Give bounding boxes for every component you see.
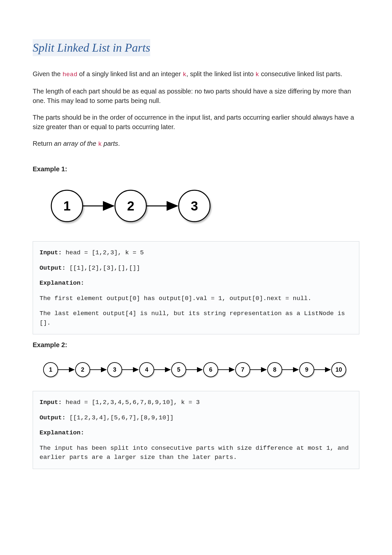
node-label: 2 <box>127 199 134 213</box>
node-label: 7 <box>241 366 244 373</box>
text: consecutive linked list parts. <box>259 70 342 77</box>
node-7: 7 <box>236 362 250 377</box>
linked-list-diagram: 1 2 3 <box>33 183 216 232</box>
output-label: Output: <box>40 414 66 421</box>
italic-text: an array of the <box>54 140 98 147</box>
explanation-line: The input has been split into consecutiv… <box>40 444 352 462</box>
example-2-codebox: Input: head = [1,2,3,4,5,6,7,8,9,10], k … <box>33 391 359 469</box>
intro-paragraph-3: The parts should be in the order of occu… <box>33 113 359 132</box>
node-3: 3 <box>107 362 122 377</box>
node-label: 2 <box>81 366 84 373</box>
example-2-diagram: 12345678910 <box>33 359 359 382</box>
node-label: 8 <box>273 366 276 373</box>
node-3: 3 <box>179 190 210 222</box>
node-5: 5 <box>172 362 186 377</box>
code-k: k <box>98 141 102 148</box>
text: of a singly linked list and an integer <box>77 70 183 77</box>
input-row: Input: head = [1,2,3,4,5,6,7,8,9,10], k … <box>40 398 352 407</box>
example-1-label: Example 1: <box>33 164 359 174</box>
explanation-row: Explanation: <box>40 428 352 438</box>
example-2-label: Example 2: <box>33 340 359 350</box>
linked-list-diagram: 12345678910 <box>33 359 359 382</box>
intro-paragraph-1: Given the head of a singly linked list a… <box>33 69 359 79</box>
text: Return <box>33 140 54 147</box>
node-label: 1 <box>63 199 71 213</box>
explanation-line: The last element output[4] is null, but … <box>40 309 352 328</box>
explanation-row: Explanation: <box>40 278 352 288</box>
node-8: 8 <box>268 362 282 377</box>
example-1-diagram: 1 2 3 <box>33 183 359 232</box>
node-9: 9 <box>300 362 314 377</box>
node-6: 6 <box>204 362 218 377</box>
input-label: Input: <box>40 399 62 406</box>
input-label: Input: <box>40 249 62 256</box>
input-row: Input: head = [1,2,3], k = 5 <box>40 248 352 258</box>
text: . <box>118 140 120 147</box>
input-value: head = [1,2,3], k = 5 <box>62 249 144 256</box>
output-value: [[1],[2],[3],[],[]] <box>66 264 140 272</box>
node-label: 10 <box>335 366 342 373</box>
explanation-line: The first element output[0] has output[0… <box>40 294 352 303</box>
input-value: head = [1,2,3,4,5,6,7,8,9,10], k = 3 <box>62 399 200 406</box>
node-label: 6 <box>209 366 212 373</box>
node-2: 2 <box>75 362 90 377</box>
text: Given the <box>33 70 62 77</box>
node-label: 3 <box>191 199 198 213</box>
node-label: 4 <box>145 366 148 373</box>
node-label: 1 <box>49 366 52 373</box>
node-1: 1 <box>43 362 58 377</box>
code-head: head <box>62 71 77 78</box>
node-4: 4 <box>139 362 154 377</box>
intro-paragraph-4: Return an array of the k parts. <box>33 139 359 149</box>
node-2: 2 <box>115 190 146 222</box>
node-label: 3 <box>113 366 116 373</box>
example-1-codebox: Input: head = [1,2,3], k = 5 Output: [[1… <box>33 241 359 334</box>
output-row: Output: [[1,2,3,4],[5,6,7],[8,9,10]] <box>40 413 352 423</box>
output-row: Output: [[1],[2],[3],[],[]] <box>40 263 352 273</box>
code-k: k <box>255 71 259 78</box>
text: , split the linked list into <box>187 70 255 77</box>
explanation-label: Explanation: <box>40 279 84 287</box>
page-title: Split Linked List in Parts <box>33 39 150 56</box>
node-10: 10 <box>332 362 346 377</box>
output-label: Output: <box>40 264 66 272</box>
intro-paragraph-2: The length of each part should be as equ… <box>33 87 359 106</box>
output-value: [[1,2,3,4],[5,6,7],[8,9,10]] <box>66 414 174 421</box>
node-1: 1 <box>51 190 83 222</box>
node-label: 9 <box>305 366 308 373</box>
italic-text: parts <box>102 140 118 147</box>
explanation-label: Explanation: <box>40 429 84 436</box>
node-label: 5 <box>177 366 180 373</box>
code-k: k <box>183 71 186 78</box>
